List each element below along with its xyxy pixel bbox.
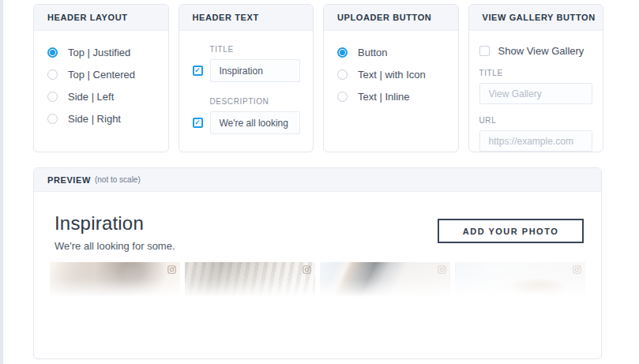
radio-label: Text | Inline <box>358 91 410 103</box>
camera-icon <box>303 265 311 274</box>
panel-view-gallery-button: VIEW GALLERY BUTTON ✓ Show View Gallery … <box>468 4 604 152</box>
panel-uploader-button-body: Button Text | with Icon Text | Inline <box>324 31 458 102</box>
camera-icon <box>573 265 581 274</box>
panel-title: HEADER TEXT <box>193 13 259 22</box>
radio-button[interactable] <box>47 69 58 80</box>
radio-button[interactable] <box>337 47 348 58</box>
field-label: TITLE <box>479 69 593 77</box>
description-field-row: ✓ DESCRIPTION <box>193 97 301 134</box>
radio-option-top-centered[interactable]: Top | Centered <box>47 69 156 80</box>
panel-title: UPLOADER BUTTON <box>337 13 431 22</box>
radio-option-button[interactable]: Button <box>337 47 445 58</box>
panel-header-text-body: ✓ TITLE ✓ DESCRIPTION <box>179 31 314 134</box>
panel-title: HEADER LAYOUT <box>47 13 128 22</box>
gallery-url-field: URL <box>479 116 593 152</box>
camera-icon <box>167 265 176 274</box>
gallery-url-input[interactable] <box>479 130 593 152</box>
camera-icon <box>438 265 446 274</box>
add-your-photo-button[interactable]: ADD YOUR PHOTO <box>438 219 584 243</box>
thumbnail-photo <box>320 262 450 299</box>
title-checkbox[interactable]: ✓ <box>193 66 203 76</box>
radio-option-text-with-icon[interactable]: Text | with Icon <box>337 69 445 80</box>
checkbox-label: Show View Gallery <box>498 45 584 57</box>
radio-button[interactable] <box>337 92 348 102</box>
field-label: URL <box>479 116 593 125</box>
settings-page: HEADER LAYOUT Top | Justified Top | Cent… <box>0 0 639 364</box>
radio-label: Side | Right <box>68 113 121 125</box>
radio-button[interactable] <box>47 114 58 124</box>
radio-button[interactable] <box>337 69 348 80</box>
radio-label: Text | with Icon <box>358 69 426 81</box>
title-field-row: ✓ TITLE <box>193 45 301 82</box>
field-label: DESCRIPTION <box>210 97 301 106</box>
panel-view-gallery-button-header: VIEW GALLERY BUTTON <box>469 5 603 31</box>
field-label: TITLE <box>210 45 301 54</box>
gallery-preview-title: Inspiration <box>55 212 175 235</box>
page-edge-strip <box>0 0 3 364</box>
title-input[interactable] <box>210 59 301 82</box>
panel-uploader-button: UPLOADER BUTTON Button Text | with Icon … <box>323 4 459 152</box>
gallery-title-field: TITLE <box>479 69 593 104</box>
radio-option-side-right[interactable]: Side | Right <box>47 113 156 124</box>
description-input[interactable] <box>210 111 301 134</box>
panel-header-text: HEADER TEXT ✓ TITLE ✓ <box>179 4 314 152</box>
panel-title: VIEW GALLERY BUTTON <box>483 13 596 22</box>
radio-label: Top | Justified <box>68 47 130 58</box>
preview-note: (not to scale) <box>95 175 141 184</box>
preview-panel: PREVIEW (not to scale) Inspiration We're… <box>33 167 602 359</box>
title-field: TITLE <box>210 45 301 82</box>
radio-label: Top | Centered <box>68 69 135 81</box>
radio-button[interactable] <box>47 92 58 102</box>
settings-panels-row: HEADER LAYOUT Top | Justified Top | Cent… <box>33 4 603 152</box>
radio-option-side-left[interactable]: Side | Left <box>47 91 156 102</box>
panel-uploader-button-header: UPLOADER BUTTON <box>324 5 458 31</box>
thumbnail-photo <box>185 262 315 299</box>
panel-header-layout: HEADER LAYOUT Top | Justified Top | Cent… <box>33 4 169 152</box>
radio-label: Side | Left <box>68 91 114 103</box>
show-view-gallery-row[interactable]: ✓ Show View Gallery <box>479 45 593 57</box>
preview-panel-header: PREVIEW (not to scale) <box>34 168 601 192</box>
radio-option-top-justified[interactable]: Top | Justified <box>47 47 156 58</box>
preview-top-row: Inspiration We're all looking for some. … <box>34 192 601 252</box>
preview-title-label: PREVIEW <box>47 175 91 185</box>
panel-header-layout-body: Top | Justified Top | Centered Side | Le… <box>34 31 168 124</box>
panel-view-gallery-button-body: ✓ Show View Gallery TITLE URL <box>469 31 603 152</box>
description-checkbox[interactable]: ✓ <box>193 118 203 128</box>
preview-text-block: Inspiration We're all looking for some. <box>55 212 175 252</box>
check-icon: ✓ <box>194 119 201 126</box>
panel-header-layout-header: HEADER LAYOUT <box>34 5 168 31</box>
radio-label: Button <box>358 47 388 58</box>
gallery-title-input[interactable] <box>479 83 593 104</box>
panel-header-text-header: HEADER TEXT <box>179 5 314 31</box>
radio-option-text-inline[interactable]: Text | Inline <box>337 91 445 102</box>
radio-button[interactable] <box>47 47 58 58</box>
preview-body: Inspiration We're all looking for some. … <box>34 192 601 299</box>
thumbnail-photo <box>455 262 585 299</box>
description-field: DESCRIPTION <box>210 97 301 134</box>
check-icon: ✓ <box>194 67 201 74</box>
show-view-gallery-checkbox[interactable]: ✓ <box>479 46 490 56</box>
gallery-preview-description: We're all looking for some. <box>55 240 175 252</box>
thumbnail-row <box>50 262 585 299</box>
thumbnail-photo <box>50 262 180 299</box>
